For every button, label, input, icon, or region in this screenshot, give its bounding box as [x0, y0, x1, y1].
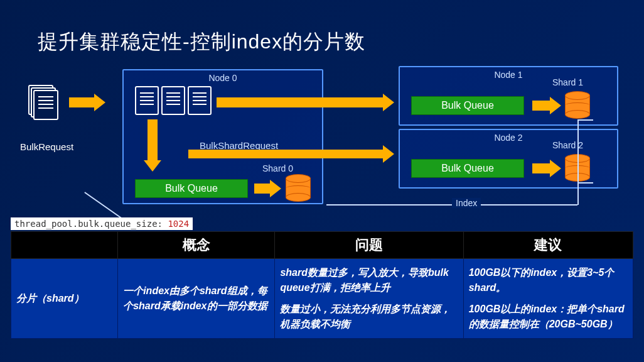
- bulk-queue-node1: Bulk Queue: [411, 96, 524, 115]
- index-line: [577, 119, 579, 205]
- problem-line2: 数量过小，无法充分利用多节点资源，机器负载不均衡: [280, 302, 458, 332]
- page-title: 提升集群稳定性-控制index的分片数: [38, 28, 365, 56]
- pointer-line: [85, 192, 124, 219]
- database-icon: [286, 174, 311, 202]
- th-blank: [11, 232, 118, 259]
- bulk-queue-node0: Bulk Queue: [135, 179, 248, 198]
- node1-label: Node 1: [494, 70, 522, 80]
- bulk-request-label: BulkRequest: [20, 141, 73, 152]
- shard0-label: Shard 0: [262, 163, 293, 173]
- suggest-line2: 100GB以上的index：把单个shard的数据量控制在（20GB~50GB）: [469, 302, 628, 332]
- index-label: Index: [452, 198, 481, 208]
- code-key: thread_pool.bulk.queue_size:: [14, 219, 168, 229]
- bulk-queue-node2: Bulk Queue: [411, 159, 524, 178]
- cell-suggestion: 100GB以下的index，设置3~5个shard。 100GB以上的index…: [463, 259, 633, 339]
- shard1-label: Shard 1: [552, 77, 583, 87]
- node0-label: Node 0: [208, 73, 237, 83]
- shard2-label: Shard 2: [552, 140, 583, 150]
- problem-line1: shard数量过多，写入放大，导致bulk queue打满，拒绝率上升: [280, 265, 458, 295]
- bulk-request-icon: [28, 85, 58, 119]
- cell-problem: shard数量过多，写入放大，导致bulk queue打满，拒绝率上升 数量过小…: [275, 259, 463, 339]
- code-value: 1024: [168, 219, 189, 229]
- cell-concept: 一个index由多个shard组成，每个shard承载index的一部分数据: [118, 259, 275, 339]
- architecture-diagram: BulkRequest Node 0 BulkShardRequest Bulk…: [0, 66, 644, 214]
- documents-icon: [135, 86, 214, 118]
- table-header-row: 概念 问题 建议: [11, 232, 633, 259]
- th-concept: 概念: [118, 232, 275, 259]
- th-suggestion: 建议: [463, 232, 633, 259]
- node2-label: Node 2: [494, 133, 522, 143]
- shard-table: 概念 问题 建议 分片（shard） 一个index由多个shard组成，每个s…: [11, 231, 633, 339]
- suggest-line1: 100GB以下的index，设置3~5个shard。: [469, 265, 628, 295]
- database-icon: [565, 91, 590, 119]
- index-line: [577, 182, 593, 184]
- row-label: 分片（shard）: [11, 259, 118, 339]
- table-row: 分片（shard） 一个index由多个shard组成，每个shard承载ind…: [11, 259, 633, 339]
- code-snippet: thread_pool.bulk.queue_size: 1024: [11, 217, 193, 230]
- th-problem: 问题: [275, 232, 463, 259]
- index-line: [577, 119, 593, 121]
